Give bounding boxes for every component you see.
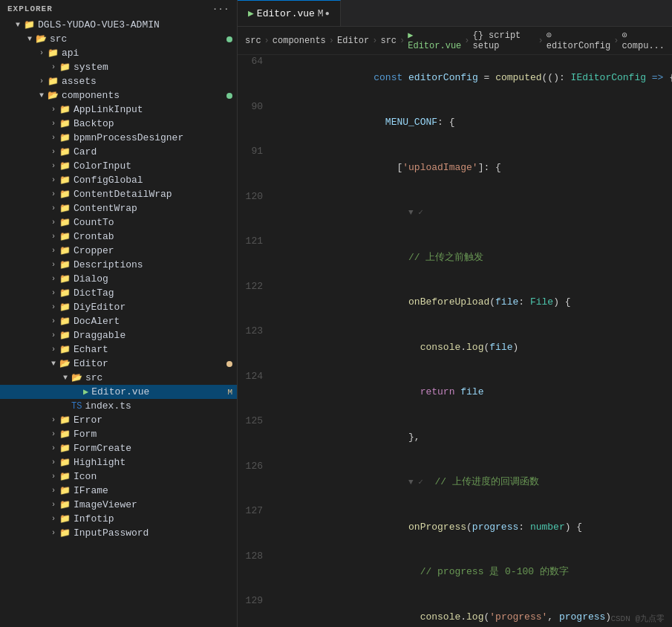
sidebar-item-cropper[interactable]: › 📁 Cropper (0, 244, 237, 258)
system-arrow: › (48, 63, 59, 71)
sidebar-item-formCreate[interactable]: › 📁 FormCreate (0, 441, 237, 455)
folder-icon: 📁 (59, 429, 71, 440)
sidebar-item-icon[interactable]: › 📁 Icon (0, 470, 237, 484)
table-row: 90 MENU_CONF: { (238, 100, 672, 146)
sidebar-item-system[interactable]: › 📁 system (0, 60, 237, 74)
editor-tab-editor-vue[interactable]: ▶ Editor.vue M ● (238, 0, 341, 26)
infotip-label: Infotip (74, 513, 237, 524)
sidebar-item-error[interactable]: › 📁 Error (0, 413, 237, 427)
breadcrumb-sep3: › (372, 36, 377, 46)
arrow: › (48, 430, 59, 438)
sidebar-item-src[interactable]: ▼ 📂 src (0, 32, 237, 46)
sidebar-item-api[interactable]: › 📁 api (0, 46, 237, 60)
sidebar-item-inputPassword[interactable]: › 📁 InputPassword (0, 526, 237, 540)
breadcrumb: src › components › Editor › src › ▶ Edit… (238, 27, 672, 55)
arrow: › (48, 501, 59, 509)
sidebar-item-docAlert[interactable]: › 📁 DocAlert (0, 314, 237, 328)
sidebar-item-form[interactable]: › 📁 Form (0, 427, 237, 441)
folder-icon: 📁 (59, 259, 71, 270)
line-number: 124 (238, 370, 275, 415)
draggable-label: Draggable (74, 330, 237, 341)
sidebar-item-backtop[interactable]: › 📁 Backtop (0, 117, 237, 131)
src-badge (226, 36, 232, 42)
table-row: 126 ▼ ✓ // 上传进度的回调函数 (238, 460, 672, 505)
arrow: › (48, 261, 59, 269)
sidebar-item-contentDetailWrap[interactable]: › 📁 ContentDetailWrap (0, 187, 237, 201)
line-number: 128 (238, 550, 275, 595)
table-row: 128 // progress 是 0-100 的数字 (238, 550, 672, 595)
sidebar-item-dictTag[interactable]: › 📁 DictTag (0, 286, 237, 300)
sidebar-item-editor-src[interactable]: ▼ 📂 src (0, 371, 237, 385)
folder-icon: 📁 (59, 231, 71, 242)
sidebar-item-configGlobal[interactable]: › 📁 ConfigGlobal (0, 173, 237, 187)
sidebar-item-index-ts[interactable]: TS index.ts (0, 399, 237, 413)
gutter-fold (275, 460, 287, 505)
sidebar-item-applinkInput[interactable]: › 📁 AppLinkInput (0, 103, 237, 117)
line-number: 122 (238, 280, 275, 325)
arrow: › (48, 416, 59, 424)
folder-icon: 📁 (59, 499, 71, 510)
sidebar-item-components[interactable]: ▼ 📂 components (0, 88, 237, 103)
tab-vue-icon: ▶ (248, 7, 254, 19)
api-folder-icon: 📁 (48, 48, 59, 59)
sidebar-item-descriptions[interactable]: › 📁 Descriptions (0, 258, 237, 272)
tab-dot-indicator: ● (325, 10, 330, 18)
sidebar-item-draggable[interactable]: › 📁 Draggable (0, 328, 237, 342)
sidebar-item-dialog[interactable]: › 📁 Dialog (0, 272, 237, 286)
folder-icon: 📁 (59, 527, 71, 539)
arrow: › (48, 529, 59, 537)
arrow: › (48, 275, 59, 283)
breadcrumb-file: ▶ Editor.vue (408, 30, 461, 51)
sidebar-item-assets[interactable]: › 📁 assets (0, 74, 237, 88)
sidebar-item-bpmn[interactable]: › 📁 bpmnProcessDesigner (0, 131, 237, 145)
card-label: Card (74, 146, 237, 157)
form-label: Form (74, 429, 237, 440)
sidebar-item-infotip[interactable]: › 📁 Infotip (0, 512, 237, 526)
sidebar-item-editor-vue[interactable]: ▶ Editor.vue M (0, 385, 237, 399)
contentDetailWrap-label: ContentDetailWrap (74, 189, 237, 200)
table-row: 122 onBeforeUpload(file: File) { (238, 280, 672, 325)
src-folder-icon: 📂 (36, 33, 47, 45)
sidebar-item-highlight[interactable]: › 📁 Highlight (0, 455, 237, 470)
table-row: 123 console.log(file) (238, 325, 672, 370)
folder-icon: 📁 (59, 415, 71, 426)
line-code: }, (287, 415, 672, 460)
arrow: › (48, 247, 59, 255)
sidebar-item-colorInput[interactable]: › 📁 ColorInput (0, 159, 237, 173)
tab-bar: ▶ Editor.vue M ● (238, 0, 672, 27)
sidebar-header: EXPLORER ··· (0, 0, 237, 18)
sidebar-item-countTo[interactable]: › 📁 CountTo (0, 215, 237, 230)
sidebar-item-diyEditor[interactable]: › 📁 DiyEditor (0, 300, 237, 314)
api-arrow: › (36, 49, 48, 57)
breadcrumb-src2: src (380, 36, 397, 46)
index-ts-label: index.ts (85, 400, 237, 412)
tree-root[interactable]: ▼ 📁 DGLS-YUDAO-VUE3-ADMIN (0, 18, 237, 32)
folder-icon: 📁 (59, 485, 71, 496)
arrow: › (48, 345, 59, 354)
sidebar-item-crontab[interactable]: › 📁 Crontab (0, 230, 237, 244)
sidebar-item-editor[interactable]: ▼ 📂 Editor (0, 357, 237, 371)
table-row: 120 ▼ ✓ (238, 190, 672, 235)
sidebar-item-imageViewer[interactable]: › 📁 ImageViewer (0, 498, 237, 512)
sidebar-header-icons[interactable]: ··· (212, 4, 229, 13)
highlight-label: Highlight (74, 457, 237, 468)
root-label: DGLS-YUDAO-VUE3-ADMIN (38, 19, 237, 30)
code-area[interactable]: 64 const editorConfig = computed((): IEd… (238, 55, 672, 627)
breadcrumb-sep1: › (264, 36, 270, 46)
explorer-title: EXPLORER (7, 4, 53, 13)
gutter-fold (275, 550, 287, 595)
arrow: › (48, 148, 59, 156)
gutter-fold (275, 370, 287, 415)
more-icon[interactable]: ··· (212, 4, 229, 13)
arrow: ▼ (59, 374, 71, 382)
arrow: › (48, 289, 59, 297)
sidebar-item-echart[interactable]: › 📁 Echart (0, 342, 237, 357)
components-label: components (62, 90, 226, 101)
sidebar-item-iframe[interactable]: › 📁 IFrame (0, 484, 237, 498)
sidebar-item-card[interactable]: › 📁 Card (0, 145, 237, 159)
gutter-fold (275, 594, 287, 627)
sidebar-item-contentWrap[interactable]: › 📁 ContentWrap (0, 201, 237, 215)
descriptions-label: Descriptions (74, 259, 237, 270)
gutter-fold (275, 190, 287, 235)
arrow: › (48, 190, 59, 198)
